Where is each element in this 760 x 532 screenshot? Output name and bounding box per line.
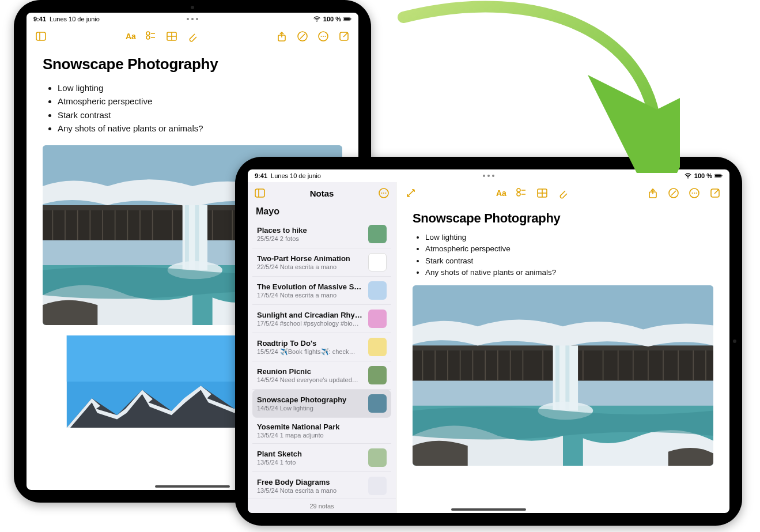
status-bar: 9:41 Lunes 10 de junio 100 % <box>248 169 729 182</box>
note-detail-pane: Snowscape Photography Low lighting Atmos… <box>396 182 729 513</box>
note-bullet: Atmospheric perspective <box>425 243 713 255</box>
checklist-button[interactable] <box>513 184 530 202</box>
attachment-button[interactable] <box>554 184 572 202</box>
note-list-item[interactable]: Reunion Picnic14/5/24 Need everyone's up… <box>252 361 391 390</box>
battery-percent: 100 % <box>323 16 341 22</box>
multitask-dots[interactable] <box>483 175 494 177</box>
battery-percent: 100 % <box>694 172 712 179</box>
note-title: Snowscape Photography <box>413 211 713 226</box>
note-list-item[interactable]: Free Body Diagrams13/5/24 Nota escrita a… <box>252 472 391 499</box>
note-item-title: Snowscape Photography <box>257 395 364 404</box>
ipad-landscape-screen: 9:41 Lunes 10 de junio 100 % Notas Mayo … <box>248 169 729 513</box>
checklist-button[interactable] <box>142 28 160 45</box>
camera-dot <box>733 339 736 343</box>
note-item-subtitle: 15/5/24 ✈️Book flights✈️: check… <box>257 348 364 356</box>
expand-button[interactable] <box>402 184 419 202</box>
note-item-thumbnail <box>368 366 387 384</box>
camera-dot <box>191 6 194 9</box>
note-body[interactable]: Snowscape Photography Low lighting Atmos… <box>396 204 729 513</box>
more-button[interactable] <box>315 28 332 45</box>
note-title: Snowscape Photography <box>43 55 342 73</box>
note-item-thumbnail <box>368 477 387 495</box>
notes-sidebar: Notas Mayo Places to hike25/5/24 2 fotos… <box>248 182 396 513</box>
note-item-thumbnail <box>368 310 387 328</box>
status-date: Lunes 10 de junio <box>271 172 321 179</box>
note-bullet: Any shots of native plants or animals? <box>425 267 713 278</box>
note-item-title: Two-Part Horse Animation <box>257 254 364 263</box>
wifi-icon <box>684 173 692 179</box>
note-item-title: Plant Sketch <box>257 450 364 458</box>
note-item-subtitle: 22/5/24 Nota escrita a mano <box>257 263 364 270</box>
note-item-title: Reunion Picnic <box>257 367 364 376</box>
note-item-thumbnail <box>368 394 387 413</box>
note-item-title: Roadtrip To Do's <box>257 339 364 348</box>
note-bullet: Low lighting <box>425 232 713 243</box>
compose-button[interactable] <box>706 184 724 202</box>
sidebar-toggle-button[interactable] <box>32 28 50 45</box>
rotation-arrow <box>357 0 680 173</box>
multitask-dots[interactable] <box>187 18 198 20</box>
table-button[interactable] <box>534 184 551 202</box>
month-header: Mayo <box>248 204 396 220</box>
more-button[interactable] <box>686 184 703 202</box>
status-bar: 9:41 Lunes 10 de junio 100 % <box>27 13 358 25</box>
note-photo-waterfall[interactable] <box>413 285 713 466</box>
table-button[interactable] <box>163 28 180 45</box>
note-item-title: Sunlight and Circadian Rhyth… <box>257 311 364 319</box>
compose-button[interactable] <box>335 28 353 45</box>
status-date: Lunes 10 de junio <box>50 16 100 22</box>
wifi-icon <box>313 16 321 22</box>
note-list-item[interactable]: Sunlight and Circadian Rhyth…17/5/24 #sc… <box>252 305 391 333</box>
note-bullet: Any shots of native plants or animals? <box>58 122 342 135</box>
note-item-thumbnail <box>368 225 387 243</box>
note-item-subtitle: 14/5/24 Need everyone's updated… <box>257 376 364 383</box>
note-item-title: Free Body Diagrams <box>257 478 364 486</box>
note-item-subtitle: 17/5/24 #school #psychology #bio… <box>257 320 364 327</box>
battery-icon <box>343 16 351 22</box>
home-indicator[interactable] <box>451 508 526 511</box>
note-item-thumbnail <box>368 253 387 271</box>
note-list-item[interactable]: The Evolution of Massive Star…17/5/24 No… <box>252 277 391 305</box>
note-bullet: Low lighting <box>58 81 342 95</box>
text-format-button[interactable] <box>492 184 509 202</box>
attachment-button[interactable] <box>184 28 201 45</box>
note-item-subtitle: 13/5/24 Nota escrita a mano <box>257 487 364 494</box>
note-list[interactable]: Places to hike25/5/24 2 fotosTwo-Part Ho… <box>248 220 396 499</box>
note-bullets: Low lighting Atmospheric perspective Sta… <box>43 81 342 135</box>
note-item-subtitle: 13/5/24 1 foto <box>257 459 364 466</box>
note-item-subtitle: 17/5/24 Nota escrita a mano <box>257 292 364 299</box>
note-count: 29 notas <box>248 499 396 513</box>
status-time: 9:41 <box>33 16 46 22</box>
note-item-subtitle: 25/5/24 2 fotos <box>257 235 364 242</box>
note-item-title: Places to hike <box>257 226 364 235</box>
note-bullet: Stark contrast <box>58 108 342 122</box>
ipad-landscape-device: 9:41 Lunes 10 de junio 100 % Notas Mayo … <box>235 157 742 526</box>
note-list-item[interactable]: Snowscape Photography14/5/24 Low lightin… <box>252 390 391 418</box>
text-format-button[interactable] <box>122 28 139 45</box>
note-list-item[interactable]: Roadtrip To Do's15/5/24 ✈️Book flights✈️… <box>252 333 391 361</box>
note-item-title: Yosemite National Park <box>257 422 387 431</box>
battery-icon <box>714 173 723 179</box>
notes-toolbar <box>396 182 729 204</box>
sidebar-toolbar: Notas <box>248 182 396 204</box>
share-button[interactable] <box>273 28 290 45</box>
note-item-thumbnail <box>368 338 387 356</box>
note-list-item[interactable]: Places to hike25/5/24 2 fotos <box>252 220 391 248</box>
sidebar-toggle-button[interactable] <box>251 184 269 202</box>
status-time: 9:41 <box>255 172 267 179</box>
note-list-item[interactable]: Two-Part Horse Animation22/5/24 Nota esc… <box>252 248 391 277</box>
sidebar-more-button[interactable] <box>375 184 392 202</box>
home-indicator[interactable] <box>155 485 230 488</box>
note-item-subtitle: 14/5/24 Low lighting <box>257 405 364 412</box>
sidebar-title: Notas <box>272 188 372 198</box>
note-list-item[interactable]: Yosemite National Park13/5/24 1 mapa adj… <box>252 418 391 444</box>
share-button[interactable] <box>644 184 661 202</box>
note-item-subtitle: 13/5/24 1 mapa adjunto <box>257 432 387 439</box>
note-bullet: Atmospheric perspective <box>58 95 342 108</box>
markup-button[interactable] <box>294 28 311 45</box>
note-bullets: Low lighting Atmospheric perspective Sta… <box>413 232 713 278</box>
notes-toolbar <box>27 25 358 47</box>
note-list-item[interactable]: Plant Sketch13/5/24 1 foto <box>252 444 391 472</box>
markup-button[interactable] <box>665 184 682 202</box>
note-item-thumbnail <box>368 281 387 300</box>
